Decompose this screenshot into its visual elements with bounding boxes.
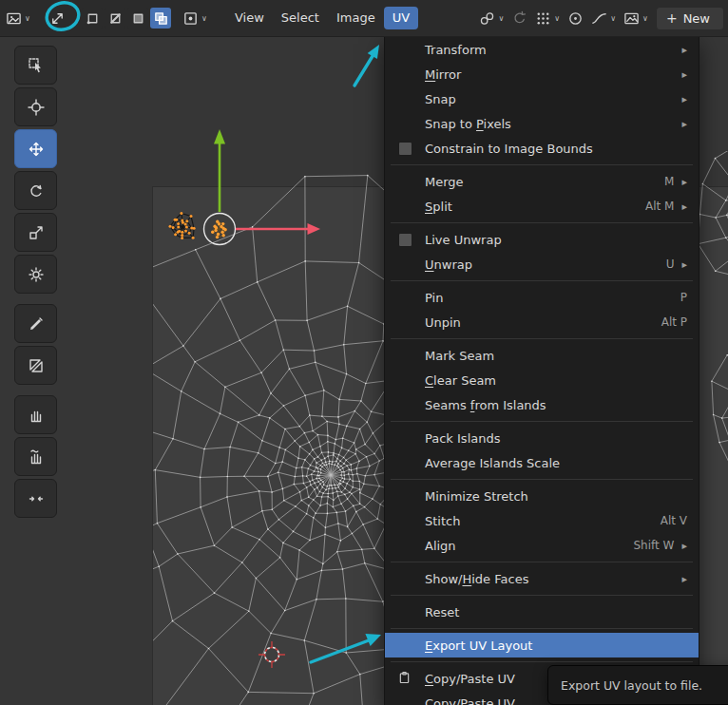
menu-item-pack-islands[interactable]: Pack Islands [385, 426, 699, 450]
menu-item-stitch[interactable]: StitchAlt V [385, 508, 699, 533]
image-browse-dropdown[interactable]: ∨ [623, 10, 648, 27]
menu-item-label: Snap [425, 92, 456, 106]
plus-icon: + [666, 10, 678, 26]
snap-toggle[interactable] [511, 10, 527, 27]
menu-item-transform[interactable]: Transform▸ [385, 37, 699, 62]
menu-item-label: Snap to Pixels [425, 117, 511, 131]
menu-select[interactable]: Select [273, 7, 328, 29]
menu-item-split[interactable]: SplitAlt M▸ [385, 194, 699, 219]
chevron-down-icon: ∨ [554, 14, 560, 23]
snapping-dropdown[interactable]: ∨ [535, 10, 560, 27]
menu-item-label: Mark Seam [425, 349, 494, 363]
annotate-icon [28, 315, 45, 333]
falloff-dropdown[interactable]: ∨ [591, 10, 616, 27]
menu-item-label: Unpin [425, 315, 461, 330]
menu-item-mirror[interactable]: Mirror▸ [385, 62, 699, 86]
menu-item-live-unwrap[interactable]: Live Unwrap [385, 227, 699, 252]
menu-item-label: Align [425, 539, 456, 553]
select-mode-island[interactable] [150, 8, 171, 29]
checkbox-unchecked[interactable] [398, 233, 412, 247]
clipboard-icon [397, 671, 412, 685]
select-mode-edge[interactable] [105, 8, 125, 29]
menu-item-constrain-to-image-bounds[interactable]: Constrain to Image Bounds [385, 136, 699, 161]
transform-icon [28, 266, 45, 283]
tool-relax[interactable] [14, 437, 57, 476]
tool-rip-region[interactable] [14, 346, 57, 385]
tool-move[interactable] [14, 129, 57, 168]
menu-item-align[interactable]: AlignShift W▸ [385, 533, 699, 558]
submenu-arrow-icon: ▸ [681, 573, 687, 585]
sticky-selection-dropdown[interactable]: ∨ [182, 0, 207, 36]
tool-pinch[interactable] [14, 479, 57, 518]
tool-scale[interactable] [14, 213, 57, 252]
menu-item-reset[interactable]: Reset [385, 600, 699, 624]
menu-item-unwrap[interactable]: UnwrapU▸ [385, 252, 699, 276]
menu-uv[interactable]: UV [384, 7, 418, 29]
chevron-down-icon: ∨ [25, 14, 30, 23]
select-mode-vertex[interactable] [82, 8, 103, 29]
menu-bar: ViewSelectImageUV [226, 0, 418, 36]
menu-item-mark-seam[interactable]: Mark Seam [385, 343, 699, 368]
clipboard-icon [397, 671, 412, 685]
menu-view[interactable]: View [226, 7, 273, 29]
proportional-editing-toggle[interactable] [567, 10, 584, 27]
editor-grid-icon [6, 10, 22, 27]
uv-sync-selection-toggle[interactable] [49, 0, 66, 36]
menu-separator [385, 475, 699, 484]
new-image-button-label: New [683, 11, 710, 26]
editor-header: ∨ ∨ ViewSelectImageUV ∨ ∨ ∨ ∨ + New [0, 0, 728, 37]
menu-image[interactable]: Image [328, 7, 384, 29]
menu-item-label: Unwrap [425, 257, 472, 272]
new-image-button[interactable]: + New [656, 7, 724, 30]
cursor-icon [28, 99, 45, 116]
relax-icon [28, 448, 45, 466]
submenu-arrow-icon: ▸ [681, 176, 687, 188]
menu-separator [385, 417, 699, 426]
menu-separator [385, 161, 699, 169]
tool-transform[interactable] [14, 255, 57, 294]
menu-item-merge[interactable]: MergeM▸ [385, 169, 699, 194]
mode-island-icon [153, 10, 169, 27]
chevron-down-icon: ∨ [201, 14, 207, 23]
move-icon [28, 141, 45, 158]
menu-item-label: Live Unwrap [425, 233, 502, 247]
menu-item-snap[interactable]: Snap▸ [385, 86, 699, 111]
header-right-controls: ∨ ∨ ∨ ∨ + New [479, 0, 724, 36]
link-dropdown[interactable]: ∨ [479, 10, 504, 27]
menu-item-unpin[interactable]: UnpinAlt P [385, 310, 699, 334]
menu-item-average-islands-scale[interactable]: Average Islands Scale [385, 450, 699, 475]
menu-item-label: Stitch [425, 514, 460, 528]
tooltip-text: Export UV layout to file. [561, 678, 702, 693]
editor-type-button[interactable]: ∨ [6, 0, 30, 36]
submenu-arrow-icon: ▸ [681, 200, 687, 213]
tool-annotate[interactable] [14, 304, 57, 343]
menu-item-snap-to-pixels[interactable]: Snap to Pixels▸ [385, 111, 699, 136]
menu-item-label: Transform [425, 43, 487, 57]
sync-arrows-icon [49, 10, 66, 27]
menu-item-minimize-stretch[interactable]: Minimize Stretch [385, 484, 699, 508]
menu-item-label: Minimize Stretch [425, 489, 528, 504]
checkbox-unchecked[interactable] [398, 142, 412, 156]
chevron-down-icon: ∨ [610, 14, 616, 23]
pinch-icon [28, 490, 45, 507]
tool-grab[interactable] [14, 395, 57, 434]
chevron-down-icon: ∨ [498, 14, 504, 23]
tool-select-box[interactable] [14, 46, 57, 85]
shortcut-label: M [664, 175, 674, 188]
shortcut-label: Shift W [634, 539, 675, 552]
grab-icon [28, 407, 45, 424]
select-mode-face[interactable] [127, 8, 148, 29]
submenu-arrow-icon: ▸ [681, 44, 687, 56]
menu-item-clear-seam[interactable]: Clear Seam [385, 368, 699, 392]
tooltip: Export UV layout to file. [547, 665, 728, 705]
mode-face-icon [130, 10, 146, 27]
tool-cursor[interactable] [14, 87, 57, 126]
menu-item-label: Clear Seam [425, 373, 496, 388]
submenu-arrow-icon: ▸ [681, 93, 687, 105]
tool-rotate[interactable] [14, 171, 57, 210]
menu-item-pin[interactable]: PinP [385, 285, 699, 310]
shortcut-label: Alt M [645, 200, 674, 213]
menu-item-show-hide-faces[interactable]: Show/Hide Faces▸ [385, 566, 699, 591]
menu-item-export-uv-layout[interactable]: Export UV Layout [385, 633, 699, 657]
menu-item-seams-from-islands[interactable]: Seams from Islands [385, 392, 699, 417]
